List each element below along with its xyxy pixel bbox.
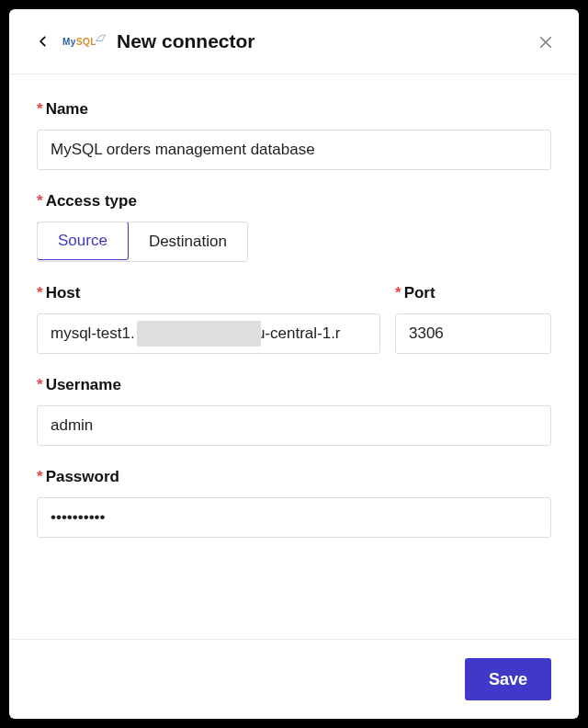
save-button[interactable]: Save xyxy=(465,658,551,700)
label-username-text: Username xyxy=(46,376,121,393)
close-icon xyxy=(537,34,554,51)
label-host-text: Host xyxy=(46,284,81,301)
label-port-text: Port xyxy=(404,284,435,301)
field-username: *Username xyxy=(37,376,551,446)
username-input[interactable] xyxy=(37,405,551,446)
label-password-text: Password xyxy=(46,468,119,485)
label-username: *Username xyxy=(37,376,551,394)
required-marker: * xyxy=(37,468,43,485)
host-input[interactable] xyxy=(37,313,380,354)
required-marker: * xyxy=(37,100,43,118)
label-access-type: *Access type xyxy=(37,192,551,210)
port-input[interactable] xyxy=(395,313,551,354)
logo-text-my: My xyxy=(62,37,76,47)
back-button[interactable] xyxy=(28,26,59,57)
label-password: *Password xyxy=(37,468,551,486)
required-marker: * xyxy=(37,284,43,301)
label-name: *Name xyxy=(37,100,551,119)
mysql-dolphin-icon xyxy=(95,31,107,44)
new-connector-panel: MySQL New connector *Name xyxy=(9,9,579,719)
mysql-logo: MySQL xyxy=(62,31,107,51)
required-marker: * xyxy=(395,284,401,301)
field-host: *Host xyxy=(37,284,380,354)
access-type-segmented: Source Destination xyxy=(37,222,248,262)
label-name-text: Name xyxy=(46,100,88,118)
required-marker: * xyxy=(37,376,43,393)
access-type-source[interactable]: Source xyxy=(37,222,129,260)
field-name: *Name xyxy=(37,100,551,170)
field-password: *Password xyxy=(37,468,551,538)
label-access-type-text: Access type xyxy=(46,192,137,210)
access-type-destination[interactable]: Destination xyxy=(128,222,247,261)
password-input[interactable] xyxy=(37,497,551,538)
close-button[interactable] xyxy=(533,29,559,55)
label-port: *Port xyxy=(395,284,551,302)
connector-form: *Name *Access type Source Destination *H… xyxy=(9,74,579,639)
field-port: *Port xyxy=(395,284,551,354)
field-access-type: *Access type Source Destination xyxy=(37,192,551,262)
chevron-left-icon xyxy=(37,31,50,51)
panel-header: MySQL New connector xyxy=(9,9,579,74)
panel-footer: Save xyxy=(9,639,579,719)
required-marker: * xyxy=(37,192,43,210)
label-host: *Host xyxy=(37,284,380,302)
panel-title: New connector xyxy=(117,30,255,52)
name-input[interactable] xyxy=(37,130,551,170)
logo-text-sql: SQL xyxy=(76,37,96,47)
